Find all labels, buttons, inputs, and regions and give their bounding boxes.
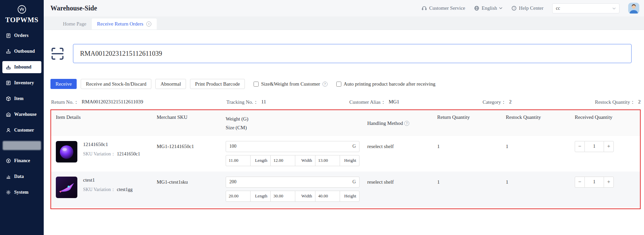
col-restock-quantity: Restock Quantity xyxy=(506,114,575,132)
decrease-button[interactable]: − xyxy=(575,177,585,188)
received-quantity-cell: − + xyxy=(575,177,640,202)
category-label: Category： xyxy=(483,99,506,105)
length-label: Length xyxy=(251,191,271,201)
sidebar-item-inventory[interactable]: Inventory xyxy=(2,77,41,89)
scan-row xyxy=(50,44,632,63)
sidebar-item-inbound[interactable]: Inbound xyxy=(2,61,41,73)
help-center-link[interactable]: ? Help Center xyxy=(511,5,543,11)
customer-alias-label: Customer Alias： xyxy=(349,99,386,105)
col-size: Size (CM) xyxy=(226,123,365,132)
rma-scan-input[interactable] xyxy=(73,44,632,63)
abnormal-button[interactable]: Abnormal xyxy=(155,79,186,89)
handling-method-header-label: Handling Method xyxy=(367,121,403,126)
increase-button[interactable]: + xyxy=(604,141,614,152)
customer-alias-field: Customer Alias： MG1 xyxy=(349,99,400,105)
handling-method-value[interactable]: reselect shelf xyxy=(367,141,437,166)
sidebar-item-label: Inbound xyxy=(14,64,31,70)
print-product-barcode-button[interactable]: Print Product Barcode xyxy=(190,79,245,89)
weight-size-cell: G Length Width Height xyxy=(226,177,367,202)
table-header-row: Item Details Merchant SKU Weight (G) Siz… xyxy=(51,110,640,136)
height-input[interactable] xyxy=(315,191,340,201)
weight-input[interactable] xyxy=(226,144,349,149)
restock-quantity-value: 1 xyxy=(506,177,575,202)
user-avatar[interactable] xyxy=(628,3,639,14)
item-info: ctest1 SKU Variation：ctest1gg xyxy=(83,177,132,202)
tab-home-page[interactable]: Home Page xyxy=(58,18,92,30)
handling-method-value[interactable]: reselect shelf xyxy=(367,177,437,202)
return-quantity-value: 1 xyxy=(437,141,506,166)
restock-quantity-field: Restock Quantity： 2 xyxy=(595,99,641,105)
receive-stockin-discard-button[interactable]: Receive and Stock-In/Discard xyxy=(81,79,151,89)
restock-quantity-label: Restock Quantity： xyxy=(595,99,635,105)
barcode-scan-icon xyxy=(50,47,65,61)
auto-print-checkbox-row: Auto printing product barcode after rece… xyxy=(336,81,435,87)
sidebar-item-item[interactable]: Item xyxy=(2,93,41,105)
weight-unit-label: G xyxy=(349,144,359,149)
sidebar-item-redacted[interactable] xyxy=(3,141,41,150)
logo-icon xyxy=(17,5,27,14)
height-input[interactable] xyxy=(315,155,340,166)
merchant-sku-value: MG1-12141650c1 xyxy=(157,141,226,166)
size-weight-label: Size&Weight from Customer xyxy=(261,81,320,87)
return-items-table: Item Details Merchant SKU Weight (G) Siz… xyxy=(50,109,641,209)
weight-field: G xyxy=(226,177,359,188)
restock-quantity-value: 2 xyxy=(638,99,641,105)
data-icon xyxy=(6,174,11,179)
sidebar-item-finance[interactable]: Finance xyxy=(2,155,41,167)
width-input[interactable] xyxy=(271,191,295,201)
col-handling-method: Handling Method ? xyxy=(367,114,437,132)
return-no-value: RMA00120231215112611039 xyxy=(82,99,143,105)
receive-button[interactable]: Receive xyxy=(50,79,77,89)
sidebar-item-orders[interactable]: Orders xyxy=(2,30,41,42)
sidebar-item-outbound[interactable]: Outbound xyxy=(2,45,41,57)
col-weight-size: Weight (G) Size (CM) xyxy=(226,114,367,132)
size-fields: Length Width Height xyxy=(226,155,359,166)
sidebar-item-warehouse[interactable]: Warehouse xyxy=(2,108,41,121)
globe-icon xyxy=(474,5,480,11)
auto-print-checkbox[interactable] xyxy=(336,82,341,87)
customer-service-link[interactable]: Customer Service xyxy=(421,5,465,11)
sidebar-menu: Orders Outbound Inbound Inventory Item W… xyxy=(0,30,44,198)
sidebar-item-label: Item xyxy=(14,96,24,101)
headset-icon xyxy=(421,5,427,11)
received-quantity-stepper: − + xyxy=(575,141,637,152)
height-label: Height xyxy=(340,191,359,201)
sidebar-item-label: Inventory xyxy=(14,80,34,86)
sku-variation: SKU Variation：ctest1gg xyxy=(83,187,132,193)
item-details-cell: 12141650c1 SKU Variation：12141650c1 xyxy=(51,141,157,166)
close-icon[interactable]: × xyxy=(146,21,151,27)
tracking-no-field: Tracking No.： 11 xyxy=(226,99,266,105)
tracking-no-value: 11 xyxy=(261,99,266,105)
received-quantity-input[interactable] xyxy=(585,141,604,152)
account-select-value: cc xyxy=(556,6,560,11)
length-input[interactable] xyxy=(226,191,251,201)
customer-alias-value: MG1 xyxy=(389,99,400,105)
received-quantity-input[interactable] xyxy=(585,177,604,188)
table-row: 12141650c1 SKU Variation：12141650c1 MG1-… xyxy=(51,136,640,172)
sidebar-item-label: Customer xyxy=(14,128,34,133)
language-select[interactable]: English xyxy=(474,5,502,11)
decrease-button[interactable]: − xyxy=(575,141,585,152)
sku-variation: SKU Variation：12141650c1 xyxy=(83,151,140,157)
finance-icon xyxy=(6,158,11,163)
width-input[interactable] xyxy=(271,155,295,166)
weight-unit-label: G xyxy=(349,179,359,185)
sidebar-item-data[interactable]: Data xyxy=(2,171,41,183)
sidebar-item-system[interactable]: System xyxy=(2,186,41,198)
logo-text: TOPWMS xyxy=(5,16,38,24)
question-circle-icon: ? xyxy=(323,82,328,87)
sidebar: TOPWMS Orders Outbound Inbound Inventory… xyxy=(0,0,44,235)
weight-input[interactable] xyxy=(226,179,349,185)
received-quantity-stepper: − + xyxy=(575,177,637,188)
sidebar-item-label: Finance xyxy=(14,158,30,163)
tab-receive-return-orders[interactable]: Receive Return Orders × xyxy=(92,18,157,30)
sidebar-item-label: Orders xyxy=(14,33,29,38)
warehouse-icon xyxy=(6,112,11,117)
length-input[interactable] xyxy=(226,155,251,166)
size-weight-checkbox[interactable] xyxy=(254,82,259,87)
increase-button[interactable]: + xyxy=(604,177,614,188)
page-title: Warehouse-Side xyxy=(50,4,97,12)
account-select[interactable]: cc xyxy=(552,3,619,13)
customer-icon xyxy=(6,128,11,133)
sidebar-item-customer[interactable]: Customer xyxy=(2,124,41,136)
